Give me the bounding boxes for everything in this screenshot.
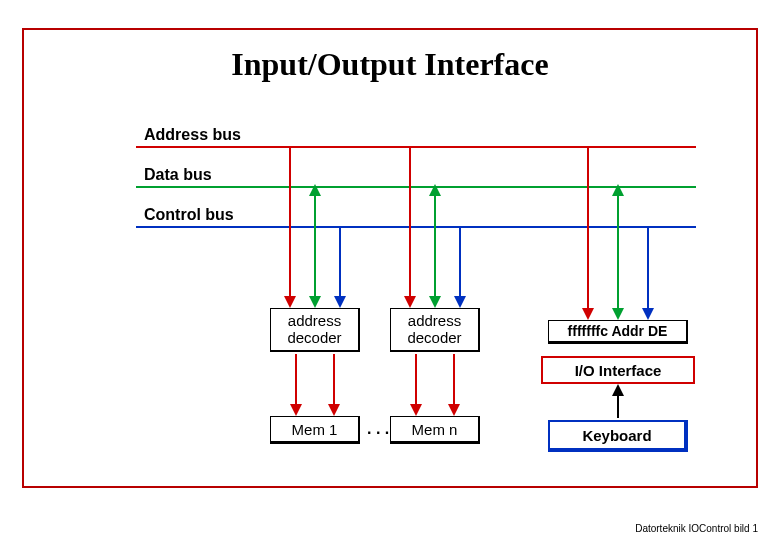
footer-text: Datorteknik IOControl bild 1 <box>635 523 758 534</box>
slide: Input/Output Interface Address bus Data … <box>0 0 780 540</box>
slide-frame: Input/Output Interface Address bus Data … <box>22 28 758 488</box>
wires <box>24 30 760 490</box>
